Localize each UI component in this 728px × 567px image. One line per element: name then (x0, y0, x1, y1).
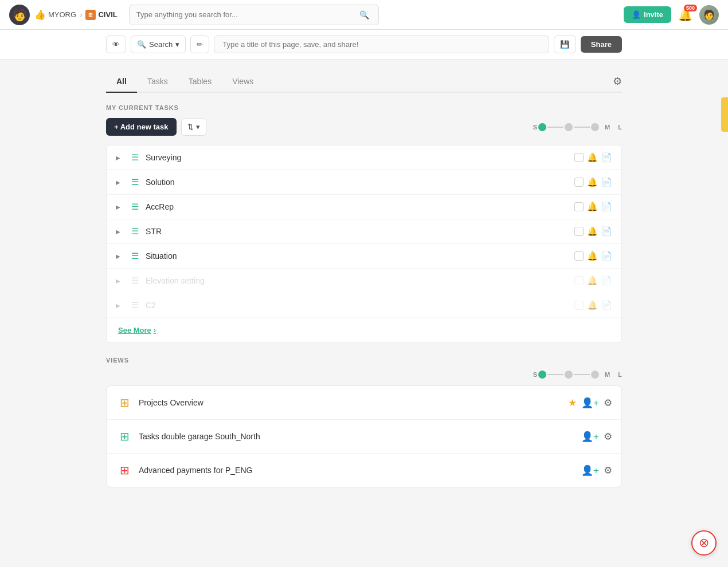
task-doc-icon[interactable]: 📄 (601, 275, 612, 286)
sort-button[interactable]: ⇅ ▾ (181, 118, 206, 136)
see-more-label: See More (118, 326, 151, 334)
views-size-dot-m[interactable] (565, 371, 573, 379)
page-title-input[interactable] (214, 36, 549, 53)
view-gear-icon[interactable]: ⚙ (604, 464, 612, 477)
people-plus-icon[interactable]: 👤+ (581, 397, 599, 409)
task-checkbox[interactable] (574, 178, 584, 187)
task-pin-icon[interactable]: 🔔 (587, 275, 598, 286)
task-checkbox[interactable] (574, 276, 584, 285)
view-grid-icon: ⊞ (120, 396, 130, 410)
invite-button[interactable]: 👤 Invite (624, 6, 671, 23)
task-list-icon: ☰ (128, 202, 141, 212)
size-dot-m[interactable] (565, 123, 573, 131)
expand-arrow-icon[interactable]: ▶ (116, 278, 124, 284)
tab-tasks[interactable]: Tasks (137, 71, 178, 93)
save-button[interactable]: 💾 (554, 36, 576, 53)
top-nav: 🧑 👍 MYORG › ⊞ CIVIL 🔍 👤 Invite 🔔 500 🧑 (0, 0, 728, 30)
my-tasks-section: MY CURRENT TASKS + Add new task ⇅ ▾ S (106, 104, 622, 343)
task-doc-icon[interactable]: 📄 (601, 152, 612, 163)
people-plus-icon[interactable]: 👤+ (581, 431, 599, 443)
views-size-dot-l[interactable] (591, 371, 599, 379)
eye-icon: 👁 (112, 40, 120, 49)
breadcrumb-project[interactable]: ⊞ CIVIL (85, 10, 117, 20)
user-profile-avatar[interactable]: 🧑 (699, 5, 719, 25)
share-label: Share (591, 40, 612, 49)
view-name: Projects Overview (139, 398, 562, 407)
views-size-s-label: S (533, 371, 537, 378)
view-row-actions: ★ 👤+ ⚙ (568, 397, 612, 409)
views-size-slider[interactable] (538, 371, 599, 379)
add-task-label: + Add new task (114, 123, 169, 131)
size-l-label: L (618, 124, 622, 131)
search-dropdown-button[interactable]: 🔍 Search ▾ (131, 36, 186, 53)
task-list-icon: ☰ (128, 177, 141, 187)
size-line-sm (547, 127, 563, 128)
main-content: All Tasks Tables Views ⚙ MY CURRENT TASK… (0, 60, 728, 499)
search-dropdown-arrow: ▾ (175, 40, 179, 49)
notification-button[interactable]: 🔔 500 (676, 6, 695, 24)
edit-button[interactable]: ✏ (190, 36, 209, 53)
expand-arrow-icon[interactable]: ▶ (116, 229, 124, 235)
expand-arrow-icon[interactable]: ▶ (116, 302, 124, 309)
task-doc-icon[interactable]: 📄 (601, 251, 612, 261)
task-doc-icon[interactable]: 📄 (601, 226, 612, 237)
settings-gear-icon: ⚙ (613, 76, 622, 87)
tab-tables[interactable]: Tables (178, 71, 222, 93)
task-list-icon: ☰ (128, 251, 141, 261)
save-icon: 💾 (560, 40, 570, 49)
task-row-actions: 🔔 📄 (574, 226, 612, 237)
global-search-icon[interactable]: 🔍 (357, 10, 371, 19)
task-pin-icon[interactable]: 🔔 (587, 226, 598, 237)
table-row: ▶ ☰ STR 🔔 📄 (107, 219, 621, 244)
expand-arrow-icon[interactable]: ▶ (116, 179, 124, 186)
task-pin-icon[interactable]: 🔔 (587, 251, 598, 261)
tab-views[interactable]: Views (222, 71, 264, 93)
task-pin-icon[interactable]: 🔔 (587, 152, 598, 163)
expand-arrow-icon[interactable]: ▶ (116, 253, 124, 259)
global-search-input[interactable] (136, 10, 358, 19)
breadcrumb-org[interactable]: 👍 MYORG (34, 9, 76, 20)
expand-arrow-icon[interactable]: ▶ (116, 204, 124, 210)
list-item: ⊞ Projects Overview ★ 👤+ ⚙ (107, 386, 621, 420)
project-name: CIVIL (98, 10, 117, 19)
see-more-arrow: › (154, 326, 156, 334)
size-dot-s[interactable] (538, 123, 546, 131)
size-slider[interactable] (538, 123, 599, 131)
task-pin-icon[interactable]: 🔔 (587, 177, 598, 187)
expand-arrow-icon[interactable]: ▶ (116, 155, 124, 161)
see-more-row: See More › (107, 318, 621, 342)
task-name: C2 (146, 301, 570, 310)
people-plus-icon[interactable]: 👤+ (581, 464, 599, 477)
task-checkbox[interactable] (574, 153, 584, 162)
share-button[interactable]: Share (581, 36, 622, 53)
view-gear-icon[interactable]: ⚙ (604, 431, 612, 443)
global-search-bar[interactable]: 🔍 (129, 5, 379, 25)
star-icon[interactable]: ★ (568, 397, 577, 409)
invite-label: Invite (644, 10, 663, 19)
view-gear-icon[interactable]: ⚙ (604, 397, 612, 409)
preview-button[interactable]: 👁 (106, 36, 126, 53)
views-size-dot-s[interactable] (538, 371, 546, 379)
view-row-actions: 👤+ ⚙ (581, 464, 612, 477)
see-more-link[interactable]: See More › (118, 326, 610, 334)
size-dot-l[interactable] (591, 123, 599, 131)
list-item: ⊞ Tasks double garage South_North 👤+ ⚙ (107, 420, 621, 454)
task-doc-icon[interactable]: 📄 (601, 300, 612, 310)
right-tab-indicator[interactable] (721, 97, 728, 132)
task-doc-icon[interactable]: 📄 (601, 202, 612, 212)
task-pin-icon[interactable]: 🔔 (587, 202, 598, 212)
toolbar: 👁 🔍 Search ▾ ✏ 💾 Share (0, 30, 728, 60)
task-checkbox[interactable] (574, 227, 584, 236)
add-task-button[interactable]: + Add new task (106, 118, 177, 136)
user-avatar-left[interactable]: 🧑 (9, 5, 30, 25)
task-pin-icon[interactable]: 🔔 (587, 300, 598, 310)
task-doc-icon[interactable]: 📄 (601, 177, 612, 187)
task-checkbox[interactable] (574, 251, 584, 261)
tab-settings-gear[interactable]: ⚙ (613, 75, 622, 88)
task-checkbox[interactable] (574, 301, 584, 310)
edit-icon: ✏ (197, 40, 203, 49)
views-section: VIEWS S M L (106, 357, 622, 487)
task-checkbox[interactable] (574, 202, 584, 211)
tab-all[interactable]: All (106, 71, 137, 93)
sort-dropdown-arrow: ▾ (196, 123, 200, 131)
